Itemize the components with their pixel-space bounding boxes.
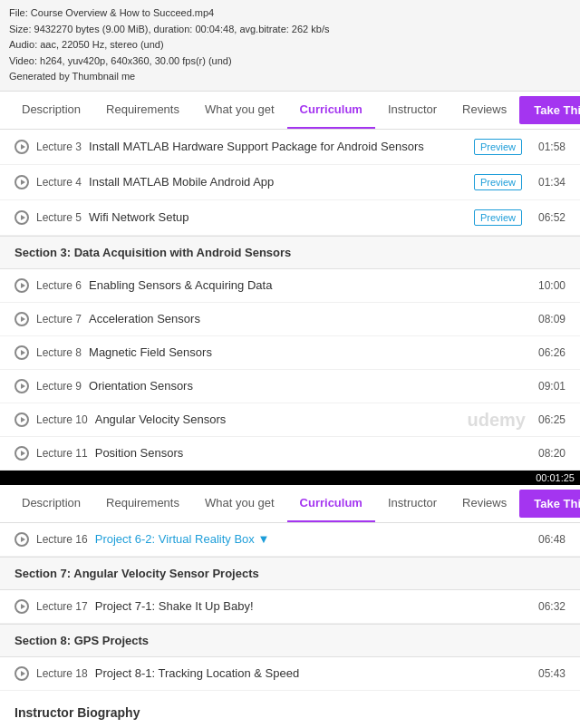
- tab-instructor-bottom[interactable]: Instructor: [375, 485, 450, 522]
- tab-what-you-get-bottom[interactable]: What you get: [192, 485, 287, 522]
- play-icon[interactable]: [14, 666, 29, 681]
- play-icon[interactable]: [14, 312, 29, 326]
- table-row: Lecture 8 Magnetic Field Sensors 06:26: [0, 336, 580, 370]
- timestamp-top: 00:01:25: [0, 471, 580, 485]
- tab-description-bottom[interactable]: Description: [9, 485, 93, 522]
- take-course-button-top[interactable]: Take This Course: [519, 96, 580, 124]
- tab-curriculum-top[interactable]: Curriculum: [287, 92, 375, 129]
- table-row: Lecture 17 Project 7-1: Shake It Up Baby…: [0, 590, 580, 624]
- preview-badge[interactable]: Preview: [474, 209, 522, 226]
- top-nav-tabs: Description Requirements What you get Cu…: [9, 92, 519, 129]
- tab-description-top[interactable]: Description: [9, 92, 93, 129]
- bottom-nav-actions: Take This Course $20: [519, 490, 580, 518]
- play-icon[interactable]: [14, 446, 29, 461]
- tab-reviews-top[interactable]: Reviews: [450, 92, 519, 129]
- tab-requirements-top[interactable]: Requirements: [93, 92, 192, 129]
- section-header-7: Section 7: Angular Velocity Sensor Proje…: [0, 557, 580, 590]
- tab-instructor-top[interactable]: Instructor: [375, 92, 450, 129]
- tab-what-you-get-top[interactable]: What you get: [192, 92, 287, 129]
- play-icon[interactable]: [14, 210, 29, 225]
- top-nav-actions: Take This Course $20: [519, 96, 580, 124]
- bottom-nav-bar: Description Requirements What you get Cu…: [0, 485, 580, 523]
- table-row: Lecture 6 Enabling Sensors & Acquiring D…: [0, 269, 580, 303]
- tab-reviews-bottom[interactable]: Reviews: [450, 485, 519, 522]
- tab-curriculum-bottom[interactable]: Curriculum: [287, 485, 375, 522]
- bottom-nav-tabs: Description Requirements What you get Cu…: [9, 485, 519, 522]
- table-row: Lecture 7 Acceleration Sensors 08:09: [0, 303, 580, 336]
- table-row: Lecture 18 Project 8-1: Tracking Locatio…: [0, 657, 580, 691]
- play-icon[interactable]: [14, 379, 29, 393]
- bottom-content: Lecture 16 Project 6-2: Virtual Reality …: [0, 523, 580, 728]
- table-row: Lecture 9 Orientation Sensors 09:01: [0, 370, 580, 403]
- preview-badge[interactable]: Preview: [474, 139, 522, 155]
- play-icon[interactable]: [14, 140, 29, 154]
- play-icon[interactable]: [14, 599, 29, 614]
- play-icon[interactable]: [14, 278, 29, 293]
- top-nav-bar: Description Requirements What you get Cu…: [0, 92, 580, 130]
- preview-badge[interactable]: Preview: [474, 174, 522, 190]
- section-header-3: Section 3: Data Acquisition with Android…: [0, 236, 580, 269]
- take-course-button-bottom[interactable]: Take This Course: [519, 490, 580, 518]
- top-content: Lecture 3 Install MATLAB Hardware Suppor…: [0, 130, 580, 471]
- lecture-link[interactable]: Project 6-2: Virtual Reality Box ▼: [95, 532, 522, 546]
- section-header-8: Section 8: GPS Projects: [0, 624, 580, 657]
- play-icon[interactable]: [14, 345, 29, 360]
- table-row: Lecture 10 Angular Velocity Sensors 06:2…: [0, 403, 580, 437]
- table-row: Lecture 11 Position Sensors 08:20: [0, 437, 580, 471]
- table-row: Lecture 4 Install MATLAB Mobile Android …: [0, 165, 580, 200]
- table-row: Lecture 5 Wifi Network Setup Preview 06:…: [0, 200, 580, 236]
- play-icon[interactable]: [14, 413, 29, 427]
- tab-requirements-bottom[interactable]: Requirements: [93, 485, 192, 522]
- table-row: Lecture 16 Project 6-2: Virtual Reality …: [0, 523, 580, 557]
- table-row: Lecture 3 Install MATLAB Hardware Suppor…: [0, 130, 580, 165]
- play-icon[interactable]: [14, 532, 29, 547]
- play-icon[interactable]: [14, 175, 29, 189]
- instructor-section: Instructor Biography Joe Papa, MATLAB In…: [0, 691, 580, 728]
- instructor-title: Instructor Biography: [14, 705, 566, 720]
- file-info: File: Course Overview & How to Succeed.m…: [0, 0, 580, 92]
